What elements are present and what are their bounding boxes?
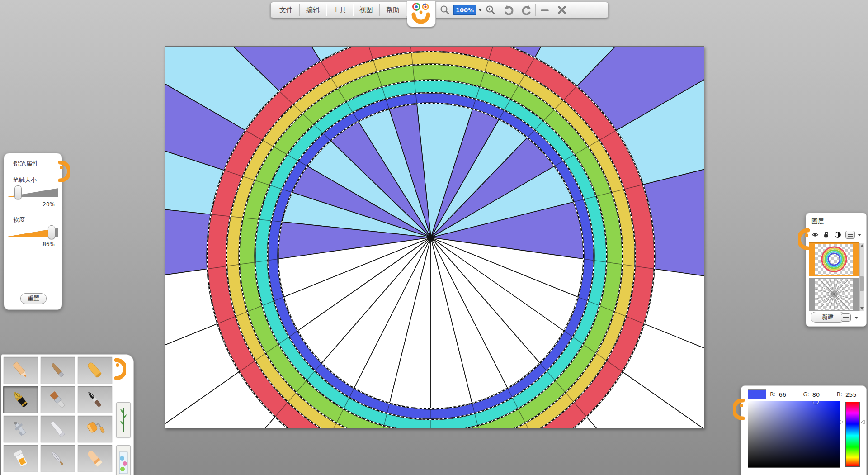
tool-pencil[interactable] [3, 356, 38, 384]
softness-value: 86% [8, 241, 55, 247]
pastel-stick-icon [45, 360, 71, 381]
layers-options-button[interactable] [841, 314, 851, 322]
hue-arrow-left-icon[interactable] [840, 419, 844, 425]
layer-menu-caret-icon[interactable] [858, 234, 861, 236]
brush-size-label: 笔触大小 [13, 176, 62, 184]
panel-title: 铅笔属性 [13, 160, 62, 168]
layer-thumbnail-radial-lines[interactable] [809, 278, 859, 311]
red-label: R: [770, 391, 775, 398]
menu-help[interactable]: 帮助 [380, 2, 406, 18]
new-layer-button[interactable]: 新建 [811, 312, 845, 323]
layer-thumbnail-rainbow-ring[interactable] [809, 243, 859, 276]
main-toolbar: 文件 编辑 工具 视图 帮助 [270, 2, 609, 18]
brush-size-slider-thumb[interactable] [14, 185, 22, 200]
redo-button[interactable] [518, 2, 535, 18]
clown-logo-button[interactable] [407, 2, 435, 18]
layers-options-caret-icon[interactable] [854, 317, 858, 319]
menu-tools[interactable]: 工具 [327, 2, 352, 18]
flat-brush-icon [45, 389, 71, 411]
visibility-eye-icon[interactable] [811, 231, 819, 239]
toolbar-separator [379, 4, 380, 16]
plant-stamp-icon [118, 405, 128, 434]
redo-icon [520, 4, 532, 16]
scrollbar-thumb[interactable] [860, 276, 864, 291]
tool-fountain-pen[interactable] [3, 386, 38, 413]
layer-preview [815, 279, 853, 310]
paint-roller-icon [82, 418, 108, 440]
softness-label: 软度 [13, 216, 62, 224]
layer-preview [815, 244, 853, 275]
close-button[interactable] [553, 2, 571, 18]
blue-label: B: [837, 391, 842, 398]
tool-paint-jar[interactable] [3, 445, 38, 472]
brush-size-slider[interactable] [8, 186, 58, 200]
tool-airbrush[interactable] [3, 415, 38, 443]
chalk-knife-icon [45, 418, 71, 440]
menu-view[interactable]: 视图 [354, 2, 379, 18]
undo-icon [503, 4, 515, 16]
toolbar-separator [299, 4, 300, 16]
rgb-row: R: G: B: [741, 390, 866, 399]
panel-collapse-handle[interactable] [58, 161, 70, 182]
paint-application-window: 文件 编辑 工具 视图 帮助 [0, 0, 868, 475]
toolbar-separator [406, 4, 406, 16]
clown-logo-icon [407, 1, 436, 27]
current-color-swatch [748, 390, 766, 399]
tool-paint-roller[interactable] [77, 415, 113, 443]
canvas-artwork [165, 47, 704, 428]
tool-pastel-stick[interactable] [40, 356, 75, 384]
tool-ink-brush[interactable] [77, 386, 113, 413]
red-input[interactable] [777, 390, 799, 399]
picture-stamp-icon [118, 448, 128, 475]
ink-brush-icon [82, 389, 108, 411]
picture-stamp-tab[interactable] [116, 445, 131, 475]
layers-collapse-handle[interactable] [798, 228, 810, 250]
hue-arrow-right-icon[interactable] [860, 419, 865, 425]
palette-side-strip [113, 355, 132, 475]
plant-stamp-tab[interactable] [116, 402, 131, 437]
zoom-out-icon [439, 5, 450, 15]
layer-menu-button[interactable] [845, 231, 855, 239]
softness-slider[interactable] [8, 226, 58, 239]
minimize-icon [539, 5, 550, 15]
minimize-button[interactable] [536, 2, 553, 18]
zoom-level-field[interactable]: 100% [453, 5, 476, 15]
unlock-icon[interactable] [823, 231, 830, 239]
color-marker[interactable] [813, 401, 819, 404]
tool-palette-panel [1, 354, 134, 475]
opacity-half-circle-icon[interactable] [834, 231, 841, 239]
eraser-icon [82, 448, 108, 470]
tool-flat-brush[interactable] [40, 386, 75, 413]
scroll-down-icon[interactable] [860, 307, 864, 310]
menu-file[interactable]: 文件 [274, 2, 299, 18]
blue-input[interactable] [844, 390, 866, 399]
toolbar-separator [500, 4, 500, 16]
undo-button[interactable] [500, 2, 518, 18]
reset-button[interactable]: 重置 [20, 293, 47, 304]
zoom-dropdown-caret-icon[interactable] [478, 9, 482, 11]
tool-quill-nib[interactable] [40, 445, 75, 472]
scroll-up-icon[interactable] [860, 244, 864, 247]
palette-collapse-handle[interactable] [114, 358, 126, 380]
menu-edit[interactable]: 编辑 [300, 2, 326, 18]
color-collapse-handle[interactable] [733, 399, 745, 420]
zoom-in-icon [485, 5, 496, 15]
pencil-properties-panel: 铅笔属性 笔触大小 20% 软度 86% 重置 [4, 153, 62, 310]
tool-grid [3, 356, 113, 472]
softness-slider-thumb[interactable] [48, 225, 55, 239]
paint-jar-icon [8, 448, 33, 470]
drawing-canvas[interactable] [165, 46, 704, 428]
toolbar-separator [353, 4, 353, 16]
panel-title: 图层 [811, 218, 866, 226]
toolbar-separator [535, 4, 536, 16]
green-input[interactable] [811, 390, 833, 399]
airbrush-icon [8, 418, 33, 440]
tool-eraser[interactable] [77, 445, 113, 472]
layers-scrollbar[interactable] [859, 243, 864, 311]
zoom-in-button[interactable] [482, 2, 499, 18]
zoom-out-button[interactable] [436, 2, 453, 18]
hue-strip[interactable] [845, 402, 860, 467]
tool-chalk-knife[interactable] [40, 415, 75, 443]
saturation-value-square[interactable] [748, 401, 840, 468]
tool-crayon[interactable] [77, 356, 113, 384]
